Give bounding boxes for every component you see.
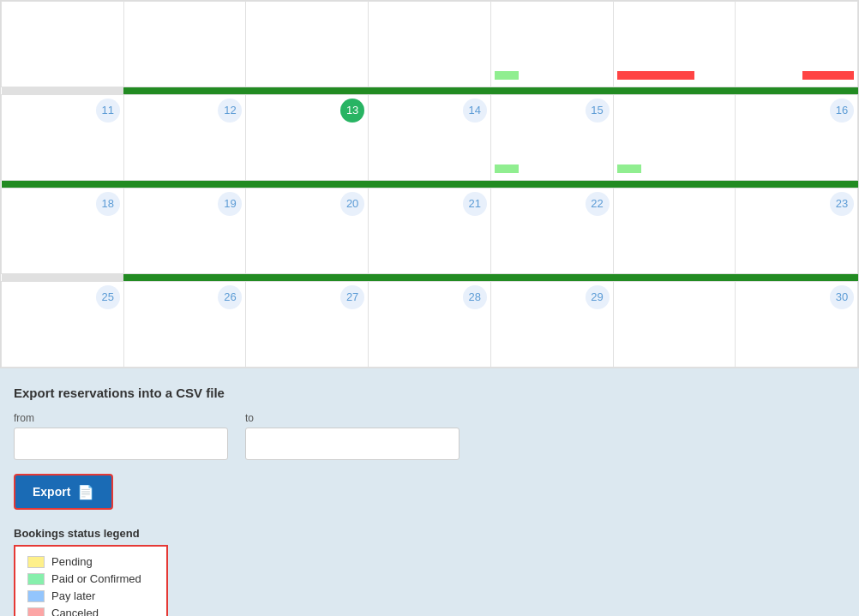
day-number: 15 <box>586 99 610 123</box>
calendar-day: 14 <box>369 95 491 181</box>
calendar-day <box>613 95 736 181</box>
legend-color-pay-later <box>27 590 45 602</box>
legend-item-paid: Paid or Confirmed <box>27 572 154 585</box>
date-range-row: from to <box>14 412 845 460</box>
mini-red-bar <box>617 71 694 80</box>
legend-color-pending <box>27 556 45 568</box>
calendar-day: 15 <box>490 95 613 181</box>
day-number: 23 <box>830 192 854 216</box>
calendar-day <box>490 2 613 87</box>
calendar-section: 11 12 13 14 15 16 <box>0 0 859 368</box>
day-number-today: 13 <box>340 99 364 123</box>
calendar-day: 27 <box>246 282 369 368</box>
day-number: 28 <box>463 285 487 309</box>
mini-green-bar <box>495 164 519 173</box>
export-button-label: Export <box>33 485 70 499</box>
green-separator-bar <box>2 181 858 188</box>
day-number: 18 <box>96 192 120 216</box>
legend-label-pay-later: Pay later <box>51 589 95 602</box>
legend-label-paid: Paid or Confirmed <box>51 572 141 585</box>
export-title: Export reservations into a CSV file <box>14 386 845 400</box>
calendar-day: 29 <box>490 282 613 368</box>
calendar-day <box>613 2 736 87</box>
calendar-day: 20 <box>246 188 369 274</box>
calendar-day <box>246 2 369 87</box>
bookings-legend-title: Bookings status legend <box>14 527 845 540</box>
from-input[interactable] <box>14 428 228 460</box>
to-group: to <box>245 412 460 460</box>
calendar-week-row <box>2 2 858 87</box>
calendar-day: 25 <box>2 282 124 368</box>
calendar-day: 22 <box>490 188 613 274</box>
day-number: 25 <box>96 285 120 309</box>
legend-item-pay-later: Pay later <box>27 589 154 602</box>
calendar-bar-row <box>2 181 858 188</box>
day-number: 30 <box>830 285 854 309</box>
day-number: 19 <box>218 192 242 216</box>
legend-label-pending: Pending <box>51 555 93 568</box>
calendar-day: 11 <box>2 95 124 181</box>
calendar-day: 28 <box>369 282 491 368</box>
day-number: 14 <box>463 99 487 123</box>
calendar-day: 23 <box>736 188 858 274</box>
calendar-week-row: 11 12 13 14 15 16 <box>2 95 858 181</box>
day-number: 12 <box>218 99 242 123</box>
legend-item-canceled: Canceled <box>27 607 154 616</box>
legend-item-pending: Pending <box>27 555 154 568</box>
export-section: Export reservations into a CSV file from… <box>0 368 859 616</box>
calendar-day: 26 <box>123 282 246 368</box>
from-group: from <box>14 412 228 460</box>
calendar-day: 18 <box>2 188 124 274</box>
mini-green-bar2 <box>617 164 641 173</box>
legend-color-paid <box>27 573 45 585</box>
calendar-day: 13 <box>246 95 369 181</box>
calendar-week-row: 18 19 20 21 22 23 <box>2 188 858 274</box>
calendar-bar-row <box>2 87 858 95</box>
calendar-week-row: 25 26 27 28 29 30 <box>2 282 858 368</box>
legend-label-canceled: Canceled <box>51 607 99 616</box>
calendar-bar-row <box>2 274 858 282</box>
day-number: 16 <box>830 99 854 123</box>
day-number: 29 <box>586 285 610 309</box>
calendar-day: 12 <box>123 95 246 181</box>
day-number: 22 <box>586 192 610 216</box>
calendar-day: 30 <box>736 282 858 368</box>
calendar-day: 19 <box>123 188 246 274</box>
calendar-day: 16 <box>736 95 858 181</box>
day-number: 11 <box>96 99 120 123</box>
calendar-day <box>613 188 736 274</box>
from-label: from <box>14 412 228 424</box>
calendar-day <box>2 2 124 87</box>
legend-color-canceled <box>27 607 45 617</box>
day-number: 27 <box>340 285 364 309</box>
day-number: 26 <box>218 285 242 309</box>
calendar-day <box>736 2 858 87</box>
day-number: 20 <box>340 192 364 216</box>
calendar-day: 21 <box>369 188 491 274</box>
mini-green-bar <box>495 71 519 80</box>
calendar-day <box>369 2 491 87</box>
calendar-day <box>123 2 246 87</box>
green-separator-bar <box>123 274 857 281</box>
mini-red-bar-right <box>802 71 854 80</box>
calendar-grid: 11 12 13 14 15 16 <box>1 1 858 368</box>
to-label: to <box>245 412 460 424</box>
to-input[interactable] <box>245 428 460 460</box>
calendar-day <box>613 282 736 368</box>
legend-section: Pending Paid or Confirmed Pay later Canc… <box>14 545 168 616</box>
day-number: 21 <box>463 192 487 216</box>
green-separator-bar <box>123 87 857 94</box>
file-icon: 📄 <box>77 484 94 500</box>
export-button[interactable]: Export 📄 <box>14 474 113 510</box>
